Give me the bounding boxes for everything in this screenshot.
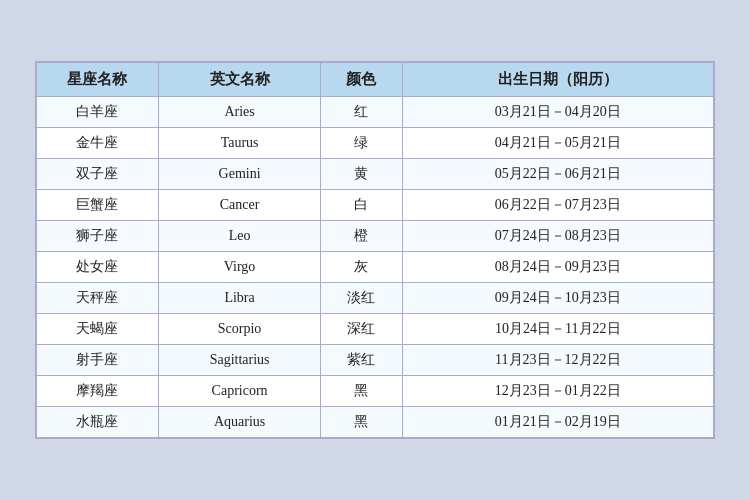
cell-en: Capricorn — [158, 376, 320, 407]
cell-date: 04月21日－05月21日 — [402, 128, 713, 159]
cell-color: 红 — [321, 97, 402, 128]
cell-en: Leo — [158, 221, 320, 252]
cell-zh: 双子座 — [37, 159, 159, 190]
cell-date: 11月23日－12月22日 — [402, 345, 713, 376]
table-row: 狮子座Leo橙07月24日－08月23日 — [37, 221, 714, 252]
cell-en: Taurus — [158, 128, 320, 159]
cell-en: Aquarius — [158, 407, 320, 438]
cell-date: 07月24日－08月23日 — [402, 221, 713, 252]
zodiac-table: 星座名称 英文名称 颜色 出生日期（阳历） 白羊座Aries红03月21日－04… — [36, 62, 714, 438]
cell-color: 黄 — [321, 159, 402, 190]
cell-zh: 巨蟹座 — [37, 190, 159, 221]
cell-color: 黑 — [321, 407, 402, 438]
header-color: 颜色 — [321, 63, 402, 97]
header-date: 出生日期（阳历） — [402, 63, 713, 97]
cell-date: 10月24日－11月22日 — [402, 314, 713, 345]
cell-color: 紫红 — [321, 345, 402, 376]
cell-color: 绿 — [321, 128, 402, 159]
cell-zh: 射手座 — [37, 345, 159, 376]
cell-zh: 白羊座 — [37, 97, 159, 128]
table-row: 水瓶座Aquarius黑01月21日－02月19日 — [37, 407, 714, 438]
cell-en: Gemini — [158, 159, 320, 190]
cell-zh: 处女座 — [37, 252, 159, 283]
header-zh: 星座名称 — [37, 63, 159, 97]
cell-en: Libra — [158, 283, 320, 314]
cell-date: 08月24日－09月23日 — [402, 252, 713, 283]
table-body: 白羊座Aries红03月21日－04月20日金牛座Taurus绿04月21日－0… — [37, 97, 714, 438]
cell-date: 05月22日－06月21日 — [402, 159, 713, 190]
cell-color: 深红 — [321, 314, 402, 345]
cell-zh: 水瓶座 — [37, 407, 159, 438]
cell-zh: 摩羯座 — [37, 376, 159, 407]
table-row: 天蝎座Scorpio深红10月24日－11月22日 — [37, 314, 714, 345]
cell-color: 淡红 — [321, 283, 402, 314]
table-row: 金牛座Taurus绿04月21日－05月21日 — [37, 128, 714, 159]
cell-zh: 狮子座 — [37, 221, 159, 252]
table-header-row: 星座名称 英文名称 颜色 出生日期（阳历） — [37, 63, 714, 97]
cell-en: Scorpio — [158, 314, 320, 345]
cell-en: Aries — [158, 97, 320, 128]
table-row: 白羊座Aries红03月21日－04月20日 — [37, 97, 714, 128]
cell-date: 03月21日－04月20日 — [402, 97, 713, 128]
cell-en: Virgo — [158, 252, 320, 283]
cell-date: 09月24日－10月23日 — [402, 283, 713, 314]
zodiac-table-container: 星座名称 英文名称 颜色 出生日期（阳历） 白羊座Aries红03月21日－04… — [35, 61, 715, 439]
cell-zh: 金牛座 — [37, 128, 159, 159]
cell-color: 白 — [321, 190, 402, 221]
cell-color: 橙 — [321, 221, 402, 252]
cell-zh: 天蝎座 — [37, 314, 159, 345]
cell-zh: 天秤座 — [37, 283, 159, 314]
table-row: 摩羯座Capricorn黑12月23日－01月22日 — [37, 376, 714, 407]
table-row: 天秤座Libra淡红09月24日－10月23日 — [37, 283, 714, 314]
cell-date: 01月21日－02月19日 — [402, 407, 713, 438]
cell-en: Cancer — [158, 190, 320, 221]
header-en: 英文名称 — [158, 63, 320, 97]
table-row: 双子座Gemini黄05月22日－06月21日 — [37, 159, 714, 190]
cell-en: Sagittarius — [158, 345, 320, 376]
cell-color: 灰 — [321, 252, 402, 283]
table-row: 处女座Virgo灰08月24日－09月23日 — [37, 252, 714, 283]
table-row: 射手座Sagittarius紫红11月23日－12月22日 — [37, 345, 714, 376]
cell-color: 黑 — [321, 376, 402, 407]
cell-date: 12月23日－01月22日 — [402, 376, 713, 407]
cell-date: 06月22日－07月23日 — [402, 190, 713, 221]
table-row: 巨蟹座Cancer白06月22日－07月23日 — [37, 190, 714, 221]
